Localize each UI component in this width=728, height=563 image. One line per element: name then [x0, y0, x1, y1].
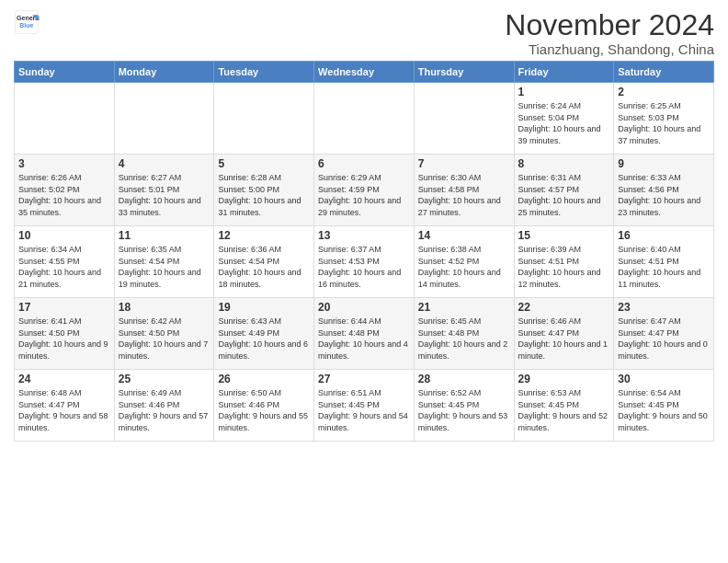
- day-info: Sunrise: 6:53 AM Sunset: 4:45 PM Dayligh…: [518, 387, 610, 433]
- day-cell: 26Sunrise: 6:50 AM Sunset: 4:46 PM Dayli…: [214, 370, 314, 442]
- day-number: 6: [318, 157, 410, 170]
- day-cell: 18Sunrise: 6:42 AM Sunset: 4:50 PM Dayli…: [114, 298, 214, 370]
- day-info: Sunrise: 6:52 AM Sunset: 4:45 PM Dayligh…: [418, 387, 510, 433]
- day-cell: 22Sunrise: 6:46 AM Sunset: 4:47 PM Dayli…: [514, 298, 614, 370]
- day-header-saturday: Saturday: [614, 62, 714, 83]
- day-cell: 16Sunrise: 6:40 AM Sunset: 4:51 PM Dayli…: [614, 226, 714, 298]
- day-header-thursday: Thursday: [414, 62, 514, 83]
- day-info: Sunrise: 6:27 AM Sunset: 5:01 PM Dayligh…: [119, 172, 210, 218]
- day-number: 29: [518, 373, 610, 385]
- day-cell: 15Sunrise: 6:39 AM Sunset: 4:51 PM Dayli…: [514, 226, 614, 298]
- day-number: 17: [18, 301, 110, 314]
- day-number: 2: [618, 86, 710, 98]
- day-number: 27: [318, 373, 410, 385]
- day-number: 10: [18, 229, 110, 242]
- day-cell: 24Sunrise: 6:48 AM Sunset: 4:47 PM Dayli…: [15, 370, 115, 442]
- day-number: 18: [119, 301, 210, 314]
- week-row-5: 24Sunrise: 6:48 AM Sunset: 4:47 PM Dayli…: [15, 370, 714, 442]
- day-cell: 20Sunrise: 6:44 AM Sunset: 4:48 PM Dayli…: [314, 298, 415, 370]
- day-info: Sunrise: 6:48 AM Sunset: 4:47 PM Dayligh…: [18, 387, 110, 433]
- day-cell: 11Sunrise: 6:35 AM Sunset: 4:54 PM Dayli…: [114, 226, 214, 298]
- day-info: Sunrise: 6:37 AM Sunset: 4:53 PM Dayligh…: [318, 244, 410, 290]
- day-cell: 8Sunrise: 6:31 AM Sunset: 4:57 PM Daylig…: [514, 155, 614, 226]
- day-info: Sunrise: 6:34 AM Sunset: 4:55 PM Dayligh…: [18, 244, 110, 290]
- day-number: 11: [119, 229, 210, 242]
- day-cell: 28Sunrise: 6:52 AM Sunset: 4:45 PM Dayli…: [414, 370, 514, 442]
- svg-text:Blue: Blue: [19, 22, 33, 29]
- day-info: Sunrise: 6:51 AM Sunset: 4:45 PM Dayligh…: [318, 387, 410, 433]
- day-number: 16: [618, 229, 710, 242]
- day-cell: 6Sunrise: 6:29 AM Sunset: 4:59 PM Daylig…: [314, 155, 415, 226]
- day-cell: 10Sunrise: 6:34 AM Sunset: 4:55 PM Dayli…: [15, 226, 115, 298]
- day-cell: [15, 83, 115, 155]
- day-number: 19: [218, 301, 310, 314]
- day-number: 24: [18, 373, 110, 385]
- day-cell: 7Sunrise: 6:30 AM Sunset: 4:58 PM Daylig…: [414, 155, 514, 226]
- day-number: 13: [318, 229, 410, 242]
- page-container: General Blue November 2024 Tianzhuang, S…: [0, 0, 728, 446]
- day-cell: [214, 83, 314, 155]
- week-row-2: 3Sunrise: 6:26 AM Sunset: 5:02 PM Daylig…: [15, 155, 714, 226]
- day-info: Sunrise: 6:33 AM Sunset: 4:56 PM Dayligh…: [618, 172, 710, 218]
- day-info: Sunrise: 6:31 AM Sunset: 4:57 PM Dayligh…: [518, 172, 610, 218]
- day-info: Sunrise: 6:49 AM Sunset: 4:46 PM Dayligh…: [119, 387, 210, 433]
- day-cell: 13Sunrise: 6:37 AM Sunset: 4:53 PM Dayli…: [314, 226, 415, 298]
- logo: General Blue: [14, 9, 40, 35]
- day-number: 1: [518, 86, 610, 98]
- day-cell: 12Sunrise: 6:36 AM Sunset: 4:54 PM Dayli…: [214, 226, 314, 298]
- day-header-friday: Friday: [514, 62, 614, 83]
- day-number: 3: [18, 157, 110, 170]
- location-subtitle: Tianzhuang, Shandong, China: [505, 41, 714, 57]
- day-header-monday: Monday: [114, 62, 214, 83]
- day-info: Sunrise: 6:38 AM Sunset: 4:52 PM Dayligh…: [418, 244, 510, 290]
- day-cell: 19Sunrise: 6:43 AM Sunset: 4:49 PM Dayli…: [214, 298, 314, 370]
- day-header-tuesday: Tuesday: [214, 62, 314, 83]
- day-cell: 9Sunrise: 6:33 AM Sunset: 4:56 PM Daylig…: [614, 155, 714, 226]
- day-cell: 23Sunrise: 6:47 AM Sunset: 4:47 PM Dayli…: [614, 298, 714, 370]
- week-row-3: 10Sunrise: 6:34 AM Sunset: 4:55 PM Dayli…: [15, 226, 714, 298]
- day-header-sunday: Sunday: [15, 62, 115, 83]
- day-info: Sunrise: 6:30 AM Sunset: 4:58 PM Dayligh…: [418, 172, 510, 218]
- day-number: 28: [418, 373, 510, 385]
- day-cell: 2Sunrise: 6:25 AM Sunset: 5:03 PM Daylig…: [614, 83, 714, 155]
- day-info: Sunrise: 6:42 AM Sunset: 4:50 PM Dayligh…: [119, 316, 210, 362]
- day-cell: 14Sunrise: 6:38 AM Sunset: 4:52 PM Dayli…: [414, 226, 514, 298]
- day-info: Sunrise: 6:45 AM Sunset: 4:48 PM Dayligh…: [418, 316, 510, 362]
- day-number: 15: [518, 229, 610, 242]
- day-info: Sunrise: 6:24 AM Sunset: 5:04 PM Dayligh…: [518, 100, 610, 146]
- day-info: Sunrise: 6:39 AM Sunset: 4:51 PM Dayligh…: [518, 244, 610, 290]
- week-row-4: 17Sunrise: 6:41 AM Sunset: 4:50 PM Dayli…: [15, 298, 714, 370]
- day-info: Sunrise: 6:35 AM Sunset: 4:54 PM Dayligh…: [119, 244, 210, 290]
- day-info: Sunrise: 6:44 AM Sunset: 4:48 PM Dayligh…: [318, 316, 410, 362]
- day-number: 7: [418, 157, 510, 170]
- day-number: 23: [618, 301, 710, 314]
- day-cell: 27Sunrise: 6:51 AM Sunset: 4:45 PM Dayli…: [314, 370, 415, 442]
- day-cell: [414, 83, 514, 155]
- calendar-header-row: SundayMondayTuesdayWednesdayThursdayFrid…: [15, 62, 714, 83]
- day-number: 14: [418, 229, 510, 242]
- day-info: Sunrise: 6:43 AM Sunset: 4:49 PM Dayligh…: [218, 316, 310, 362]
- logo-icon: General Blue: [14, 9, 40, 35]
- day-number: 5: [218, 157, 310, 170]
- day-info: Sunrise: 6:46 AM Sunset: 4:47 PM Dayligh…: [518, 316, 610, 362]
- day-number: 26: [218, 373, 310, 385]
- day-number: 9: [618, 157, 710, 170]
- day-cell: [314, 83, 415, 155]
- day-cell: 1Sunrise: 6:24 AM Sunset: 5:04 PM Daylig…: [514, 83, 614, 155]
- day-cell: 21Sunrise: 6:45 AM Sunset: 4:48 PM Dayli…: [414, 298, 514, 370]
- week-row-1: 1Sunrise: 6:24 AM Sunset: 5:04 PM Daylig…: [15, 83, 714, 155]
- day-cell: 30Sunrise: 6:54 AM Sunset: 4:45 PM Dayli…: [614, 370, 714, 442]
- day-cell: [114, 83, 214, 155]
- day-number: 21: [418, 301, 510, 314]
- day-info: Sunrise: 6:41 AM Sunset: 4:50 PM Dayligh…: [18, 316, 110, 362]
- day-cell: 25Sunrise: 6:49 AM Sunset: 4:46 PM Dayli…: [114, 370, 214, 442]
- day-info: Sunrise: 6:28 AM Sunset: 5:00 PM Dayligh…: [218, 172, 310, 218]
- day-number: 4: [119, 157, 210, 170]
- calendar-table: SundayMondayTuesdayWednesdayThursdayFrid…: [14, 61, 714, 442]
- day-number: 12: [218, 229, 310, 242]
- day-number: 30: [618, 373, 710, 385]
- day-number: 22: [518, 301, 610, 314]
- day-info: Sunrise: 6:54 AM Sunset: 4:45 PM Dayligh…: [618, 387, 710, 433]
- day-info: Sunrise: 6:36 AM Sunset: 4:54 PM Dayligh…: [218, 244, 310, 290]
- day-number: 8: [518, 157, 610, 170]
